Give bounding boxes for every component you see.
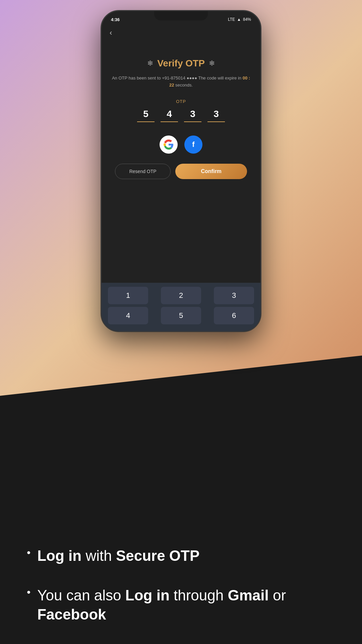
otp-input-group <box>137 109 225 122</box>
otp-digit-1[interactable] <box>137 109 155 122</box>
key-1[interactable]: 1 <box>108 287 148 304</box>
snowflake-right-icon: ❄ <box>209 59 215 68</box>
bullet-text-2: You can also Log in through Gmail or Fac… <box>37 586 342 624</box>
phone-mockup: 4:36 LTE ▲ 84% ‹ ❄ Verify OTP ❄ <box>101 10 261 332</box>
bold-login-1: Log in <box>37 547 81 564</box>
bold-login-2: Log in <box>125 587 170 603</box>
bullet-dot-1: • <box>27 546 31 559</box>
keyboard-row-1: 1 2 3 <box>102 285 260 306</box>
subtitle-part2: The code will expire in <box>198 75 241 80</box>
battery-icon: 84% <box>243 17 251 22</box>
back-button[interactable]: ‹ <box>110 29 112 37</box>
resend-otp-button[interactable]: Resend OTP <box>115 164 171 179</box>
social-login-icons: f <box>160 136 202 154</box>
page-title: Verify OTP <box>157 58 205 69</box>
key-5[interactable]: 5 <box>161 307 201 324</box>
bullet-item-2: • You can also Log in through Gmail or F… <box>27 586 342 624</box>
key-3[interactable]: 3 <box>214 287 254 304</box>
status-time: 4:36 <box>111 17 120 22</box>
bottom-bullets-section: • Log in with Secure OTP • You can also … <box>0 376 362 644</box>
confirm-button[interactable]: Confirm <box>175 164 247 179</box>
key-4[interactable]: 4 <box>108 307 148 324</box>
numeric-keyboard: 1 2 3 4 5 6 <box>102 283 260 331</box>
otp-digit-2[interactable] <box>161 109 178 122</box>
subtitle-part1: An OTP has been sent to +91-875014 <box>112 75 185 80</box>
lte-icon: LTE <box>228 17 235 22</box>
bullet-item-1: • Log in with Secure OTP <box>27 546 342 565</box>
title-row: ❄ Verify OTP ❄ <box>147 58 215 69</box>
signal-icon: ▲ <box>237 17 241 22</box>
bold-secure-otp: Secure OTP <box>116 547 199 564</box>
key-6[interactable]: 6 <box>214 307 254 324</box>
status-icons: LTE ▲ 84% <box>228 17 251 22</box>
otp-label: OTP <box>176 99 186 104</box>
facebook-login-button[interactable]: f <box>184 136 202 154</box>
subtitle-suffix: seconds. <box>175 83 193 88</box>
bold-facebook: Facebook <box>37 606 106 623</box>
otp-digit-4[interactable] <box>207 109 225 122</box>
key-2[interactable]: 2 <box>161 287 201 304</box>
masked-number: ●●●● <box>187 75 198 80</box>
google-login-button[interactable] <box>160 136 178 154</box>
google-icon <box>164 140 174 150</box>
bullet-dot-2: • <box>27 586 31 598</box>
subtitle-text: An OTP has been sent to +91-875014 ●●●● … <box>112 75 250 89</box>
bullet-text-1: Log in with Secure OTP <box>37 546 199 565</box>
power-button <box>260 71 261 92</box>
keyboard-row-2: 4 5 6 <box>102 306 260 326</box>
bold-gmail: Gmail <box>228 587 268 603</box>
otp-digit-3[interactable] <box>184 109 201 122</box>
facebook-icon: f <box>192 140 194 149</box>
snowflake-left-icon: ❄ <box>147 59 153 68</box>
action-buttons: Resend OTP Confirm <box>112 164 250 179</box>
phone-notch <box>154 11 208 20</box>
